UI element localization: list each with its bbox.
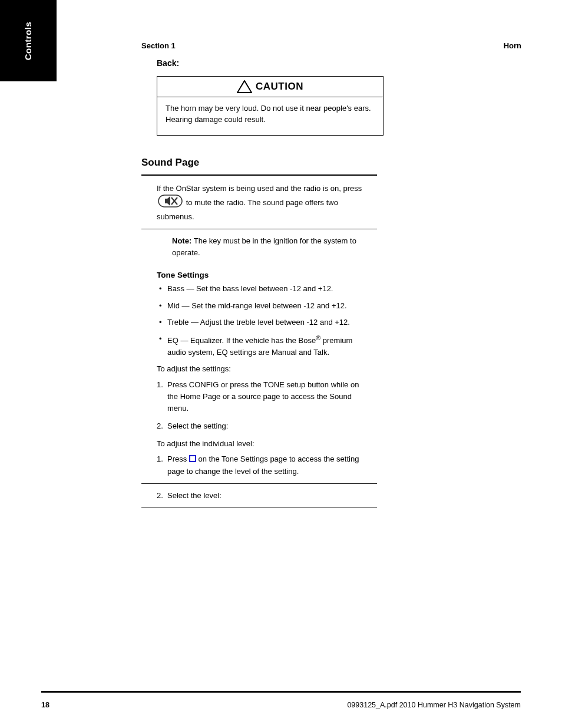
side-tab: Controls	[0, 0, 57, 81]
callout-label: Back:	[157, 58, 521, 68]
section-number: Section 1	[141, 41, 176, 50]
section-rule-2	[141, 229, 377, 229]
step-2: 2.Select the setting:	[167, 420, 368, 432]
note-text: Note: The key must be in the ignition fo…	[172, 235, 366, 259]
footer: 18 0993125_A.pdf 2010 Hummer H3 Navigati…	[41, 701, 521, 709]
sound-page-heading: Sound Page	[141, 157, 521, 169]
caution-box: CAUTION The horn may be very loud. Do no…	[157, 76, 384, 136]
square-button-icon	[189, 454, 196, 466]
bullet-eq: EQ — Equalizer. If the vehicle has the B…	[167, 333, 368, 359]
content-area: Section 1 Horn Back: CAUTION The horn ma…	[141, 41, 521, 514]
step2-2: 2.Select the level:	[167, 490, 368, 502]
mute-button-icon	[158, 195, 183, 211]
bullet-bass: Bass — Set the bass level between -12 an…	[167, 283, 368, 295]
footer-rule	[41, 691, 521, 693]
section-rule-3	[141, 483, 377, 484]
footer-text: 0993125_A.pdf 2010 Hummer H3 Navigation …	[347, 701, 521, 709]
caution-header: CAUTION	[157, 77, 383, 97]
adjust-intro-2: To adjust the individual level:	[157, 438, 369, 450]
svg-marker-0	[237, 81, 252, 93]
step-1: 1.Press CONFIG or press the TONE setup b…	[167, 379, 368, 414]
sound-intro-para: If the OnStar system is being used and t…	[157, 183, 369, 223]
section-rule-4	[141, 508, 377, 508]
page-title: Horn	[504, 41, 521, 50]
svg-rect-5	[190, 456, 196, 462]
bullet-treble: Treble — Adjust the treble level between…	[167, 317, 368, 328]
caution-body-text: The horn may be very loud. Do not use it…	[157, 97, 383, 135]
bullet-mid: Mid — Set the mid-range level between -1…	[167, 300, 368, 312]
caution-heading-text: CAUTION	[256, 81, 303, 93]
adjust-intro: To adjust the settings:	[157, 363, 369, 375]
side-tab-label: Controls	[23, 21, 33, 60]
step2-1: 1. Press on the Tone Settings page to ac…	[167, 453, 368, 477]
caution-triangle-icon	[237, 80, 252, 93]
section-rule	[141, 174, 377, 176]
svg-marker-2	[165, 196, 170, 206]
tone-settings-label: Tone Settings	[157, 271, 521, 279]
page-number: 18	[41, 701, 49, 709]
page-header: Section 1 Horn	[141, 41, 521, 50]
